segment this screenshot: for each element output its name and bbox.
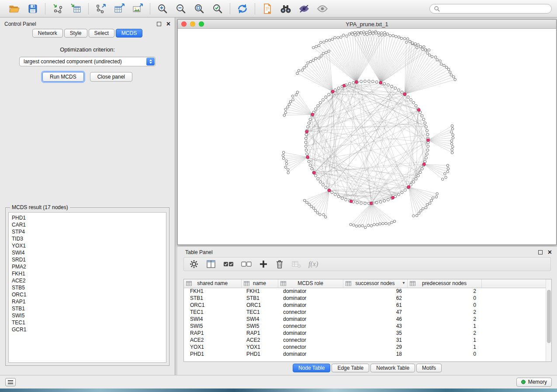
float-panel-icon[interactable] <box>157 22 161 26</box>
tab-network[interactable]: Network <box>32 29 63 38</box>
cell-name[interactable]: PHD1 <box>241 351 278 358</box>
run-mcds-button[interactable]: Run MCDS <box>42 72 84 82</box>
cell-successor-nodes[interactable]: 18 <box>343 351 407 358</box>
export-image-button[interactable] <box>131 2 144 15</box>
cell-name[interactable]: FKH1 <box>241 288 278 295</box>
mcds-result-item[interactable]: ORC1 <box>12 291 163 298</box>
create-column-button[interactable] <box>259 258 268 270</box>
scrollbar-thumb[interactable] <box>547 290 551 343</box>
cell-MCDS-role[interactable]: dominator <box>278 302 343 309</box>
mcds-result-item[interactable]: YOX1 <box>12 242 163 249</box>
cell-predecessor-nodes[interactable]: 1 <box>407 344 481 351</box>
memory-button[interactable]: Memory <box>516 378 552 387</box>
close-panel-icon[interactable]: × <box>166 22 170 26</box>
cell-predecessor-nodes[interactable]: 2 <box>407 309 481 316</box>
cell-name[interactable]: RAP1 <box>241 330 278 337</box>
table-row[interactable]: ORC1ORC1dominator610 <box>184 302 546 309</box>
mcds-result-list[interactable]: PHD1CAR1STP4TID3YOX1SWI4SRD1PMA2FKH1ACE2… <box>8 212 166 363</box>
close-panel-icon[interactable]: × <box>548 250 552 254</box>
tab-select[interactable]: Select <box>89 29 114 38</box>
table-scrollbar[interactable] <box>546 279 551 361</box>
cell-MCDS-role[interactable]: dominator <box>278 330 343 337</box>
close-panel-button[interactable]: Close panel <box>90 72 132 82</box>
mcds-result-item[interactable]: STB5 <box>12 284 163 291</box>
table-row[interactable]: RAP1RAP1dominator352 <box>184 330 546 337</box>
table-row[interactable]: FKH1FKH1dominator962 <box>184 288 546 295</box>
select-all-button[interactable] <box>223 258 234 270</box>
show-columns-button[interactable] <box>206 258 216 270</box>
cell-shared-name[interactable]: PHD1 <box>184 351 241 358</box>
zoom-in-button[interactable] <box>156 2 169 15</box>
mcds-result-item[interactable]: GCR1 <box>12 326 163 333</box>
cell-predecessor-nodes[interactable]: 2 <box>407 288 481 295</box>
cell-shared-name[interactable]: ORC1 <box>184 302 241 309</box>
cell-MCDS-role[interactable]: dominator <box>278 295 343 302</box>
cell-successor-nodes[interactable]: 35 <box>343 330 407 337</box>
share-document-button[interactable] <box>261 2 274 15</box>
cell-predecessor-nodes[interactable]: 0 <box>407 351 481 358</box>
mcds-result-item[interactable]: PHD1 <box>12 214 163 221</box>
cell-MCDS-role[interactable]: connector <box>278 309 343 316</box>
cell-predecessor-nodes[interactable]: 2 <box>407 316 481 323</box>
cell-name[interactable]: ACE2 <box>241 337 278 344</box>
cell-shared-name[interactable]: SWI4 <box>184 316 241 323</box>
cell-successor-nodes[interactable]: 29 <box>343 344 407 351</box>
delete-column-button[interactable] <box>275 258 284 270</box>
mcds-result-item[interactable]: CAR1 <box>12 221 163 228</box>
deselect-all-button[interactable] <box>241 258 252 270</box>
cell-name[interactable]: ORC1 <box>241 302 278 309</box>
zoom-out-button[interactable] <box>174 2 187 15</box>
cell-predecessor-nodes[interactable]: 1 <box>407 323 481 330</box>
cell-shared-name[interactable]: YOX1 <box>184 344 241 351</box>
table-row[interactable]: TEC1TEC1connector472 <box>184 309 546 316</box>
table-row[interactable]: STB1STB1dominator620 <box>184 295 546 302</box>
save-session-button[interactable] <box>26 2 39 15</box>
column-header-shared-name[interactable]: shared name <box>184 279 241 288</box>
panel-menu-button[interactable] <box>5 378 16 386</box>
zoom-selected-button[interactable] <box>211 2 224 15</box>
tab-network-table[interactable]: Network Table <box>370 364 415 372</box>
column-header-MCDS-role[interactable]: MCDS role <box>278 279 343 288</box>
minimize-window-icon[interactable] <box>190 21 195 27</box>
column-header-predecessor-nodes[interactable]: predecessor nodes <box>407 279 481 288</box>
column-header-successor-nodes[interactable]: successor nodes▾ <box>343 279 407 288</box>
tab-edge-table[interactable]: Edge Table <box>332 364 369 372</box>
mcds-result-item[interactable]: SRD1 <box>12 256 163 263</box>
cell-predecessor-nodes[interactable]: 0 <box>407 295 481 302</box>
table-row[interactable]: PHD1PHD1dominator180 <box>184 351 546 358</box>
table-row[interactable]: SWI5SWI5connector431 <box>184 323 546 330</box>
table-row[interactable]: ACE2ACE2connector311 <box>184 337 546 344</box>
cell-MCDS-role[interactable]: connector <box>278 337 343 344</box>
cell-shared-name[interactable]: STB1 <box>184 295 241 302</box>
cell-predecessor-nodes[interactable]: 0 <box>407 302 481 309</box>
cell-MCDS-role[interactable]: connector <box>278 323 343 330</box>
mcds-result-item[interactable]: TEC1 <box>12 319 163 326</box>
cell-successor-nodes[interactable]: 61 <box>343 302 407 309</box>
cell-MCDS-role[interactable]: dominator <box>278 351 343 358</box>
cell-name[interactable]: SWI5 <box>241 323 278 330</box>
mcds-result-item[interactable]: STB1 <box>12 305 163 312</box>
hide-elements-button[interactable] <box>298 2 311 15</box>
cell-name[interactable]: SWI4 <box>241 316 278 323</box>
cell-MCDS-role[interactable]: dominator <box>278 316 343 323</box>
cell-shared-name[interactable]: ACE2 <box>184 337 241 344</box>
mcds-result-item[interactable]: PMA2 <box>12 263 163 270</box>
zoom-fit-button[interactable] <box>193 2 206 15</box>
float-panel-icon[interactable] <box>538 250 543 254</box>
cell-name[interactable]: YOX1 <box>241 344 278 351</box>
mcds-result-item[interactable]: SWI5 <box>12 312 163 319</box>
cell-name[interactable]: STB1 <box>241 295 278 302</box>
tab-mcds[interactable]: MCDS <box>116 29 142 38</box>
mcds-result-item[interactable]: RAP1 <box>12 298 163 305</box>
cell-shared-name[interactable]: RAP1 <box>184 330 241 337</box>
table-row[interactable]: SWI4SWI4dominator462 <box>184 316 546 323</box>
search-input[interactable] <box>443 6 547 12</box>
cell-successor-nodes[interactable]: 43 <box>343 323 407 330</box>
cell-successor-nodes[interactable]: 47 <box>343 309 407 316</box>
cell-shared-name[interactable]: FKH1 <box>184 288 241 295</box>
mcds-result-item[interactable]: FKH1 <box>12 270 163 277</box>
network-canvas[interactable] <box>178 29 556 244</box>
import-network-button[interactable] <box>51 2 64 15</box>
cell-successor-nodes[interactable]: 31 <box>343 337 407 344</box>
mcds-result-item[interactable]: SWI4 <box>12 249 163 256</box>
